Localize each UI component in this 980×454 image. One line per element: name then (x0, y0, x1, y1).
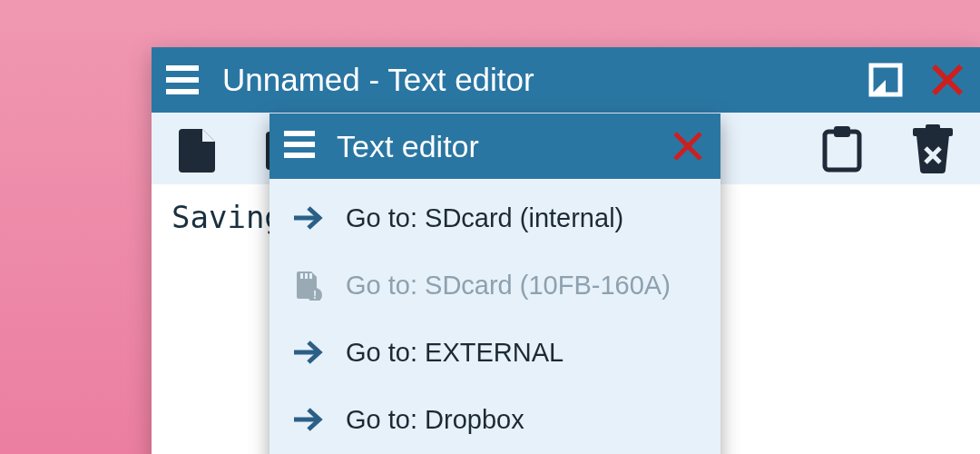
menu-item-label: Go to: SDcard (10FB-160A) (346, 271, 671, 301)
menu-item-external[interactable]: Go to: EXTERNAL (270, 319, 720, 386)
menu-list: Go to: SDcard (internal) ! Go to: SDcard… (270, 179, 720, 454)
menu-item-sdcard-internal[interactable]: Go to: SDcard (internal) (270, 184, 720, 252)
popup-titlebar: Text editor (270, 114, 720, 179)
svg-rect-6 (825, 132, 859, 170)
menu-item-dropbox[interactable]: Go to: Dropbox (270, 386, 720, 453)
popup-hamburger-icon[interactable] (282, 130, 317, 163)
arrow-right-icon (291, 202, 324, 234)
main-titlebar: Unnamed - Text editor (152, 47, 980, 113)
menu-item-label: Go to: SDcard (internal) (346, 203, 623, 233)
menu-item-label: Go to: Dropbox (346, 405, 524, 435)
sdcard-locked-icon: ! (291, 269, 324, 301)
popup-close-button[interactable] (668, 126, 708, 166)
close-button[interactable] (927, 60, 967, 100)
new-file-button[interactable] (172, 122, 226, 176)
svg-rect-19 (305, 273, 308, 279)
hamburger-icon[interactable] (164, 64, 201, 95)
svg-rect-9 (926, 124, 940, 130)
svg-rect-20 (309, 273, 312, 279)
arrow-right-icon (291, 336, 324, 369)
maximize-button[interactable] (866, 60, 906, 100)
delete-button[interactable] (906, 122, 960, 176)
menu-item-sdcard-external-locked: ! Go to: SDcard (10FB-160A) (270, 252, 720, 319)
menu-item-label: Go to: EXTERNAL (346, 338, 564, 368)
window-title: Unnamed - Text editor (222, 62, 534, 98)
svg-rect-7 (834, 126, 850, 137)
arrow-right-icon (291, 403, 324, 436)
svg-rect-18 (300, 273, 303, 279)
popup-title: Text editor (337, 129, 479, 164)
clipboard-button[interactable] (815, 122, 869, 176)
navigation-popup: Text editor Go to: SDcard (internal) (270, 114, 720, 454)
svg-text:!: ! (313, 289, 317, 301)
